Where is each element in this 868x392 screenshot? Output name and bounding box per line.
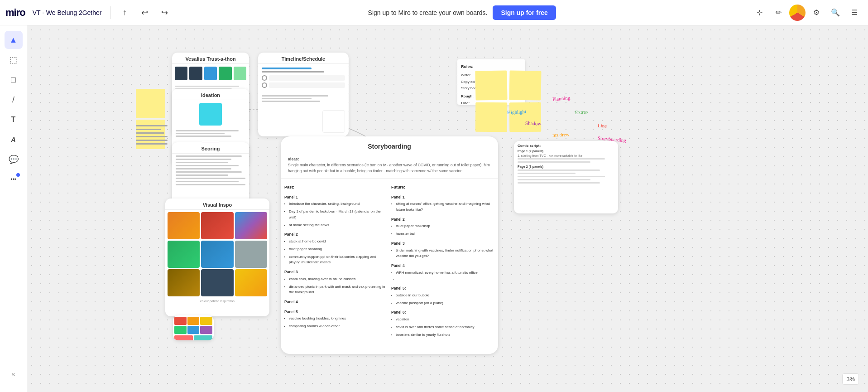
inspo-img-7 — [168, 269, 200, 296]
rectangle-tool[interactable]: □ — [5, 71, 23, 89]
inspo-img-8 — [201, 269, 233, 296]
swatch-purple — [200, 326, 212, 334]
vesalius-images — [172, 64, 249, 83]
header: miro VT - We Belung 2Gether ↑ ↩ ↪ Sign u… — [0, 0, 868, 25]
settings-icon[interactable]: ⚙ — [808, 5, 825, 21]
swatch-red — [174, 317, 187, 325]
cursor-icon[interactable]: ⊹ — [751, 5, 767, 21]
hw-shadow: Shadow — [525, 120, 542, 126]
menu-icon[interactable]: ☰ — [846, 5, 863, 21]
storyboarding-intro: Ideas: Single main character, in differe… — [281, 156, 498, 179]
share-button[interactable]: ↑ — [116, 5, 133, 21]
text-line — [136, 143, 168, 145]
hw-planning: Planning — [552, 95, 571, 102]
vesalius-img-3 — [204, 67, 217, 80]
hw-msdrew: ms.drew — [552, 131, 570, 137]
promo-text: Sign up to Miro to create your own board… — [368, 9, 488, 16]
future-column: Future: Panel 1 sitting at nurses' offic… — [391, 184, 494, 345]
hw-extras: Extras — [575, 109, 588, 115]
search-icon[interactable]: 🔍 — [827, 5, 844, 21]
avatar[interactable] — [789, 5, 806, 21]
timeline-title: Timeline/Schedule — [258, 53, 349, 64]
hw-line: Line — [598, 122, 607, 128]
vesalius-img-4 — [219, 67, 231, 80]
inspo-img-6 — [235, 241, 267, 268]
undo-button[interactable]: ↩ — [136, 5, 153, 21]
comic-script-card[interactable]: Comic script: Page 1 (2 panels): 1. star… — [514, 141, 618, 213]
sticky-tool[interactable]: A — [5, 131, 23, 149]
vesalius-img-5 — [234, 67, 246, 80]
sticky-note-1 — [136, 89, 165, 118]
text-line — [136, 129, 161, 130]
inspo-img-2 — [201, 212, 233, 239]
timeline-content — [258, 64, 349, 93]
swatches-grid — [173, 315, 214, 335]
visual-inspo-title: Visual Inspo — [165, 198, 269, 210]
storyboarding-card[interactable]: Storyboarding Ideas: Single main charact… — [281, 136, 498, 354]
canvas[interactable]: Vesalius Trust-a-thon Timeline/Schedule — [27, 25, 868, 392]
inspo-img-9 — [235, 269, 267, 296]
more-tools[interactable]: ••• — [5, 170, 23, 189]
hw-highlight: Highlight — [507, 109, 527, 115]
signup-button[interactable]: Sign up for free — [493, 5, 556, 20]
text-tool[interactable]: T — [5, 111, 23, 129]
inspo-img-5 — [201, 241, 233, 268]
swatch-yellow — [200, 317, 212, 325]
swatch-blue — [187, 326, 200, 334]
swatch-green — [174, 326, 187, 334]
storyboarding-columns: Past: Panel 1 Introduce the character, s… — [281, 179, 498, 351]
inspo-grid — [165, 210, 269, 299]
inspo-img-1 — [168, 212, 200, 239]
text-line — [136, 140, 168, 141]
visual-inspo-card[interactable]: Visual Inspo colour palette inspiration — [165, 198, 269, 316]
timeline-text — [258, 93, 349, 105]
select-tool[interactable]: ▲ — [5, 31, 23, 49]
future-title: Future: — [391, 184, 494, 190]
yellow-sticky-3 — [475, 102, 508, 132]
text-line — [136, 136, 168, 137]
miro-logo: miro — [5, 7, 25, 19]
scoring-card[interactable]: Scoring — [172, 142, 249, 206]
redo-button[interactable]: ↪ — [156, 5, 173, 21]
swatches-card[interactable] — [173, 315, 214, 340]
swatch-row-2 — [173, 335, 214, 340]
timeline-line-blue — [262, 68, 312, 69]
vesalius-img-2 — [189, 67, 202, 80]
right-icons: ⊹ ✏ ⚙ 🔍 ☰ — [751, 5, 863, 21]
header-divider — [110, 6, 111, 19]
scoring-content — [172, 154, 249, 189]
text-line — [136, 125, 168, 126]
inspo-img-3 — [235, 212, 267, 239]
vesalius-title: Vesalius Trust-a-thon — [172, 53, 249, 64]
scoring-title: Scoring — [172, 142, 249, 154]
comment-tool[interactable]: 💬 — [5, 150, 23, 169]
frame-tool[interactable]: ⬚ — [5, 51, 23, 69]
comic-script-title: Comic script: — [514, 141, 618, 149]
roles-title: Roles: — [461, 63, 522, 70]
line-tool[interactable]: / — [5, 91, 23, 109]
ideation-lines — [172, 128, 249, 140]
inspo-img-4 — [168, 241, 200, 268]
past-title: Past: — [284, 184, 388, 190]
left-toolbar: ▲ ⬚ □ / T A 💬 ••• « — [0, 25, 27, 392]
collapse-toolbar[interactable]: « — [5, 365, 23, 383]
text-line — [136, 132, 164, 134]
pen-icon[interactable]: ✏ — [770, 5, 786, 21]
storyboarding-title: Storyboarding — [281, 136, 498, 156]
board-title: VT - We Belung 2Gether — [33, 9, 102, 16]
swatch-orange — [187, 317, 200, 325]
yellow-sticky-1 — [475, 70, 507, 100]
past-column: Past: Panel 1 Introduce the character, s… — [284, 184, 388, 345]
promo-banner: Sign up to Miro to create your own board… — [176, 5, 748, 20]
ideation-sticky — [199, 103, 222, 126]
timeline-card[interactable]: Timeline/Schedule — [258, 53, 349, 136]
ideation-title: Ideation — [172, 89, 249, 100]
inspo-bottom-text: colour palette inspiration — [165, 299, 269, 304]
text-lines-topleft — [136, 125, 168, 161]
vesalius-img-1 — [175, 67, 187, 80]
comic-script-content: Page 1 (2 panels): 1. starting from TVC … — [514, 149, 618, 186]
panel-label: Panel 1 — [284, 194, 388, 201]
zoom-indicator: 3% — [842, 373, 859, 385]
